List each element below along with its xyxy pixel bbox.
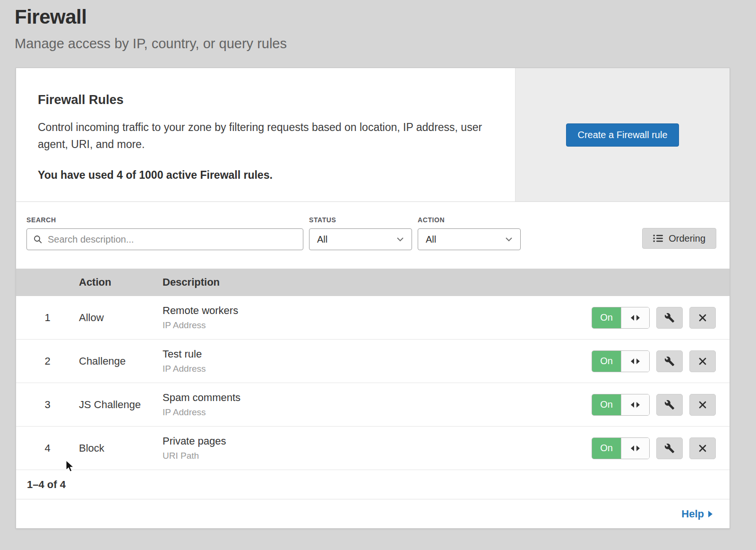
table-row: 3 JS Challenge Spam comments IP Address … <box>16 383 730 427</box>
create-firewall-rule-button[interactable]: Create a Firewall rule <box>566 123 679 147</box>
search-label: SEARCH <box>26 216 303 224</box>
wrench-icon <box>664 356 675 367</box>
rule-description: Remote workers <box>163 305 583 317</box>
rule-enabled-toggle[interactable]: On <box>592 307 650 329</box>
table-row: 1 Allow Remote workers IP Address On <box>16 296 730 340</box>
arrow-right-icon <box>636 445 640 451</box>
help-arrow-icon <box>708 511 713 517</box>
table-row: 4 Block Private pages URI Path On <box>16 427 730 470</box>
rule-enabled-toggle[interactable]: On <box>592 437 650 459</box>
rule-priority: 4 <box>16 442 79 454</box>
arrow-left-icon <box>631 315 634 321</box>
delete-rule-button[interactable] <box>689 350 716 372</box>
arrow-left-icon <box>631 402 634 408</box>
rule-description: Test rule <box>163 348 583 360</box>
pagination-range: 1–4 of 4 <box>27 479 66 491</box>
search-input-wrap <box>26 228 303 250</box>
create-rule-panel: Create a Firewall rule <box>515 68 730 201</box>
page-title: Firewall <box>15 6 756 28</box>
table-header: Action Description <box>16 269 730 296</box>
wrench-icon <box>664 313 675 323</box>
rule-controls: On <box>583 394 730 416</box>
delete-rule-button[interactable] <box>689 307 716 329</box>
column-header-description: Description <box>163 276 583 288</box>
arrow-right-icon <box>636 358 640 364</box>
reorder-control[interactable] <box>621 438 649 459</box>
x-icon <box>698 401 707 409</box>
action-selected-value: All <box>426 234 436 245</box>
rule-enabled-toggle[interactable]: On <box>592 350 650 372</box>
edit-rule-button[interactable] <box>656 307 683 329</box>
rule-match-field: URI Path <box>163 451 583 461</box>
usage-note: You have used 4 of 1000 active Firewall … <box>38 169 487 182</box>
intro-text-panel: Firewall Rules Control incoming traffic … <box>16 68 515 201</box>
toggle-on-label[interactable]: On <box>592 351 621 372</box>
wrench-icon <box>664 443 675 454</box>
section-title: Firewall Rules <box>38 93 487 107</box>
toggle-on-label[interactable]: On <box>592 438 621 459</box>
edit-rule-button[interactable] <box>656 350 683 372</box>
arrow-right-icon <box>636 402 640 408</box>
section-description: Control incoming traffic to your zone by… <box>38 119 487 153</box>
rule-description-cell: Spam comments IP Address <box>163 392 583 418</box>
rule-description-cell: Test rule IP Address <box>163 348 583 374</box>
intro-section: Firewall Rules Control incoming traffic … <box>16 68 730 202</box>
toggle-on-label[interactable]: On <box>592 307 621 328</box>
rule-match-field: IP Address <box>163 407 583 418</box>
search-input[interactable] <box>26 228 303 250</box>
x-icon <box>698 314 707 322</box>
chevron-down-icon <box>505 237 513 242</box>
column-header-action: Action <box>79 276 163 288</box>
ordered-list-icon <box>653 234 663 243</box>
chevron-down-icon <box>396 237 404 242</box>
rule-controls: On <box>583 307 730 329</box>
ordering-label: Ordering <box>669 233 705 244</box>
rule-action: JS Challenge <box>79 399 163 411</box>
rule-description: Private pages <box>163 435 583 447</box>
x-icon <box>698 357 707 366</box>
page-header: Firewall Manage access by IP, country, o… <box>0 0 756 68</box>
rule-priority: 2 <box>16 355 79 367</box>
rule-description-cell: Private pages URI Path <box>163 435 583 461</box>
mouse-cursor <box>65 460 76 473</box>
rule-enabled-toggle[interactable]: On <box>592 394 650 416</box>
rule-description-cell: Remote workers IP Address <box>163 305 583 331</box>
rule-description: Spam comments <box>163 392 583 404</box>
reorder-control[interactable] <box>621 307 649 328</box>
delete-rule-button[interactable] <box>689 394 716 416</box>
search-icon <box>33 235 43 244</box>
rule-action: Challenge <box>79 355 163 367</box>
ordering-button[interactable]: Ordering <box>642 228 716 249</box>
rule-match-field: IP Address <box>163 320 583 331</box>
edit-rule-button[interactable] <box>656 394 683 416</box>
page-subtitle: Manage access by IP, country, or query r… <box>15 36 756 52</box>
rule-match-field: IP Address <box>163 364 583 374</box>
pagination-row: 1–4 of 4 <box>16 470 730 499</box>
reorder-control[interactable] <box>621 394 649 415</box>
edit-rule-button[interactable] <box>656 437 683 459</box>
rule-priority: 3 <box>16 399 79 411</box>
toggle-on-label[interactable]: On <box>592 394 621 415</box>
rule-action: Block <box>79 442 163 454</box>
rule-controls: On <box>583 437 730 459</box>
rule-action: Allow <box>79 312 163 324</box>
action-filter: ACTION All <box>418 216 521 250</box>
x-icon <box>698 444 707 453</box>
delete-rule-button[interactable] <box>689 437 716 459</box>
action-label: ACTION <box>418 216 521 224</box>
reorder-control[interactable] <box>621 351 649 372</box>
arrow-left-icon <box>631 358 634 364</box>
rule-controls: On <box>583 350 730 372</box>
wrench-icon <box>664 400 675 410</box>
status-select[interactable]: All <box>309 228 412 250</box>
action-select[interactable]: All <box>418 228 521 250</box>
rule-priority: 1 <box>16 312 79 324</box>
firewall-rules-card: Firewall Rules Control incoming traffic … <box>16 68 730 529</box>
card-footer: Help <box>16 499 730 528</box>
filters-bar: SEARCH STATUS All ACTION All <box>16 202 730 269</box>
status-filter: STATUS All <box>309 216 412 250</box>
arrow-left-icon <box>631 445 634 451</box>
help-label: Help <box>681 508 704 520</box>
arrow-right-icon <box>636 315 640 321</box>
help-link[interactable]: Help <box>681 508 713 520</box>
